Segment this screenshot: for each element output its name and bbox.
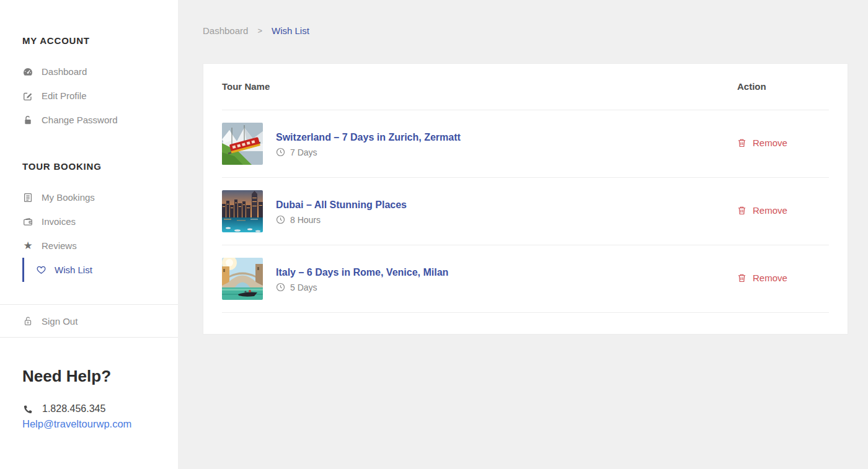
remove-button-label: Remove xyxy=(753,273,787,283)
trash-icon xyxy=(737,206,747,216)
sidebar-item-label: My Bookings xyxy=(42,192,95,203)
help-email-link[interactable]: Help@traveltourwp.com xyxy=(22,416,178,431)
wallet-icon xyxy=(22,216,33,227)
tour-duration-label: 8 Hours xyxy=(290,215,321,225)
tour-duration: 8 Hours xyxy=(276,215,407,225)
my-account-heading: MY ACCOUNT xyxy=(22,35,159,46)
tour-thumbnail-dubai[interactable] xyxy=(222,190,263,232)
clock-icon xyxy=(276,215,285,224)
tour-duration: 7 Days xyxy=(276,147,461,157)
remove-button-label: Remove xyxy=(753,205,787,216)
dashboard-gauge-icon xyxy=(22,66,33,77)
table-row: Dubai – All Stunning Places 8 Hours Remo… xyxy=(222,178,829,245)
trash-icon xyxy=(737,273,747,283)
sidebar-item-label: Change Password xyxy=(42,115,118,125)
need-help-block: Need Help? 1.828.456.345 Help@traveltour… xyxy=(0,338,178,431)
clock-icon xyxy=(276,147,285,157)
main-content: Dashboard > Wish List Tour Name Action xyxy=(178,0,868,469)
sidebar-item-my-bookings[interactable]: My Bookings xyxy=(22,185,159,209)
phone-icon xyxy=(22,403,33,414)
tour-thumbnail-switzerland[interactable] xyxy=(222,123,263,165)
tour-title-link[interactable]: Switzerland – 7 Days in Zurich, Zermatt xyxy=(276,131,461,144)
sidebar-item-sign-out[interactable]: Sign Out xyxy=(0,304,178,338)
breadcrumb-separator-icon: > xyxy=(257,26,262,36)
wishlist-card: Tour Name Action xyxy=(203,63,848,335)
heart-icon xyxy=(35,265,46,276)
lock-icon xyxy=(22,115,33,126)
need-help-heading: Need Help? xyxy=(22,366,178,387)
sidebar-item-label: Invoices xyxy=(42,216,76,227)
sidebar-item-edit-profile[interactable]: Edit Profile xyxy=(22,84,159,108)
remove-button-label: Remove xyxy=(753,138,787,148)
action-column-header: Action xyxy=(737,81,829,93)
trash-icon xyxy=(737,138,747,148)
breadcrumb-current-page: Wish List xyxy=(272,26,309,36)
breadcrumb: Dashboard > Wish List xyxy=(203,26,848,36)
wishlist-table-header: Tour Name Action xyxy=(222,64,829,110)
sidebar-item-label: Wish List xyxy=(55,265,92,275)
remove-button[interactable]: Remove xyxy=(737,205,787,216)
sidebar-item-label: Edit Profile xyxy=(42,90,87,101)
sidebar-item-invoices[interactable]: Invoices xyxy=(22,209,159,234)
tour-thumbnail-italy[interactable] xyxy=(222,258,263,300)
unlock-icon xyxy=(22,315,33,327)
sidebar-item-wish-list[interactable]: Wish List xyxy=(22,258,159,282)
sidebar-item-change-password[interactable]: Change Password xyxy=(22,108,159,132)
sign-out-label: Sign Out xyxy=(42,316,78,327)
account-sidebar: MY ACCOUNT Dashboard Edit Profile Change… xyxy=(0,0,178,469)
tour-booking-nav: My Bookings Invoices ★ Reviews Wish List xyxy=(22,185,159,282)
tour-duration-label: 5 Days xyxy=(290,283,317,292)
tour-duration: 5 Days xyxy=(276,283,448,292)
tour-name-column-header: Tour Name xyxy=(222,81,737,93)
my-account-nav: Dashboard Edit Profile Change Password xyxy=(22,59,159,132)
document-lines-icon xyxy=(22,192,33,203)
help-phone-number: 1.828.456.345 xyxy=(42,403,105,414)
remove-button[interactable]: Remove xyxy=(737,273,787,283)
tour-duration-label: 7 Days xyxy=(290,147,317,157)
breadcrumb-dashboard-link[interactable]: Dashboard xyxy=(203,26,248,36)
sidebar-item-reviews[interactable]: ★ Reviews xyxy=(22,234,159,258)
table-row: Italy – 6 Days in Rome, Venice, Milan 5 … xyxy=(222,245,829,313)
star-icon: ★ xyxy=(22,240,33,252)
tour-title-link[interactable]: Dubai – All Stunning Places xyxy=(276,198,407,212)
sidebar-item-label: Reviews xyxy=(42,240,77,251)
table-row: Switzerland – 7 Days in Zurich, Zermatt … xyxy=(222,110,829,178)
clock-icon xyxy=(276,283,285,292)
sidebar-item-dashboard[interactable]: Dashboard xyxy=(22,59,159,84)
edit-pen-icon xyxy=(22,90,33,102)
tour-booking-heading: TOUR BOOKING xyxy=(22,161,159,172)
remove-button[interactable]: Remove xyxy=(737,138,787,148)
sidebar-item-label: Dashboard xyxy=(42,66,87,77)
help-phone-row: 1.828.456.345 xyxy=(22,403,178,414)
tour-title-link[interactable]: Italy – 6 Days in Rome, Venice, Milan xyxy=(276,266,448,279)
